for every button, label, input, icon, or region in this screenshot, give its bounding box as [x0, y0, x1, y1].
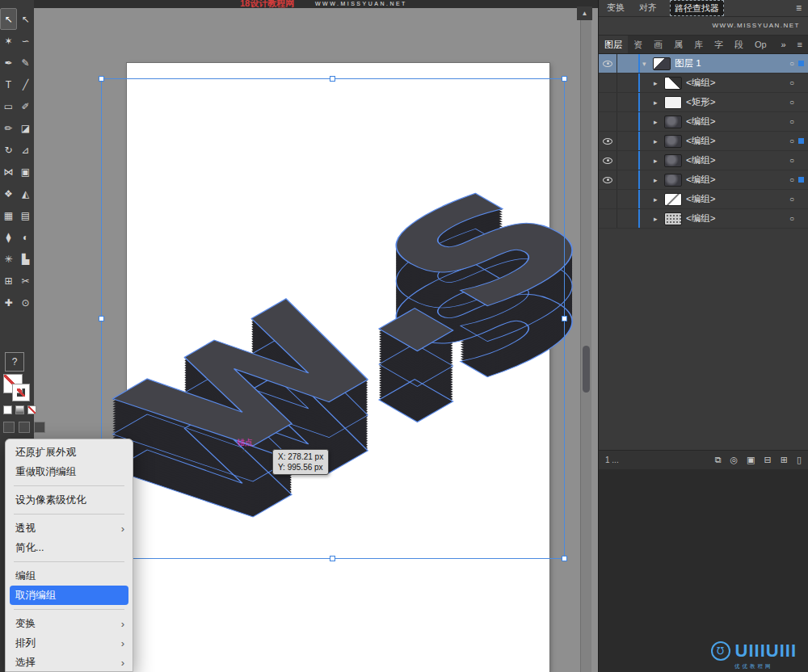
visibility-toggle[interactable] [599, 74, 617, 92]
layer-row[interactable]: ▾图层 1○ [599, 54, 808, 74]
tab-layers[interactable]: 图层 [599, 36, 628, 53]
layer-name[interactable]: <编组> [686, 154, 789, 166]
hand-tool[interactable]: ✚ [0, 292, 17, 313]
pen-tool[interactable]: ✒ [0, 52, 17, 74]
menu-item[interactable]: 设为像素级优化 [6, 490, 133, 510]
layer-row[interactable]: ▸<编组>○ [599, 151, 808, 170]
zoom-tool[interactable]: ⊙ [17, 292, 34, 313]
selection-handle[interactable] [562, 316, 567, 321]
panel-tab-pathfinder[interactable]: 路径查找器 [670, 0, 724, 16]
lock-column[interactable] [617, 112, 638, 131]
lock-column[interactable] [617, 54, 638, 73]
draw-normal-button[interactable] [3, 422, 15, 433]
scroll-up-button[interactable]: ▲ [577, 6, 592, 20]
selection-handle[interactable] [330, 556, 335, 561]
layer-name[interactable]: <编组> [686, 77, 789, 89]
layer-row[interactable]: ▸<编组>○ [599, 209, 808, 229]
expand-chevron-icon[interactable]: ▸ [654, 137, 664, 145]
stroke-color-swatch[interactable] [13, 384, 29, 401]
paintbrush-tool[interactable]: ✐ [17, 95, 34, 117]
selection-handle[interactable] [99, 76, 104, 82]
lock-column[interactable] [617, 151, 638, 170]
layer-name[interactable]: 图层 1 [675, 57, 789, 69]
expand-chevron-icon[interactable]: ▸ [654, 157, 664, 165]
target-circle-icon[interactable]: ○ [789, 175, 794, 184]
menu-item[interactable]: 简化... [6, 538, 133, 557]
draw-behind-button[interactable] [19, 422, 30, 433]
direct-selection-tool[interactable]: ↖ [17, 8, 34, 30]
tab-properties[interactable]: 属 [668, 36, 688, 53]
symbol-sprayer-tool[interactable]: ✳ [0, 248, 17, 270]
tab-paragraph[interactable]: 段 [729, 36, 749, 53]
slice-tool[interactable]: ✂ [17, 270, 34, 292]
tab-libraries[interactable]: 库 [688, 36, 709, 53]
target-circle-icon[interactable]: ○ [789, 156, 794, 165]
expand-chevron-icon[interactable]: ▸ [654, 99, 664, 107]
panel-tab-align[interactable]: 对齐 [638, 0, 659, 16]
scrollbar-thumb[interactable] [583, 346, 590, 393]
locate-object-icon[interactable]: ◎ [730, 455, 738, 465]
menu-item[interactable]: 透视› [6, 519, 133, 538]
color-button[interactable] [3, 405, 12, 414]
layer-name[interactable]: <编组> [686, 135, 789, 147]
blend-tool[interactable]: ◐ [17, 226, 34, 248]
menu-item[interactable]: 重做取消编组 [6, 462, 133, 481]
layer-row[interactable]: ▸<矩形>○ [599, 93, 808, 112]
lock-column[interactable] [617, 190, 638, 208]
perspective-grid-tool[interactable]: ◭ [17, 183, 34, 204]
width-tool[interactable]: ⋈ [0, 161, 17, 183]
eyedropper-tool[interactable]: ⧫ [0, 226, 17, 248]
lasso-tool[interactable]: ∽ [17, 30, 34, 52]
layer-row[interactable]: ▸<编组>○ [599, 112, 808, 132]
expand-chevron-icon[interactable]: ▸ [654, 195, 664, 204]
menu-item[interactable]: 排列› [6, 633, 133, 653]
layer-row[interactable]: ▸<编组>○ [599, 132, 808, 151]
menu-item[interactable]: 编组 [6, 566, 133, 586]
shaper-tool[interactable]: ✏ [0, 117, 17, 139]
expand-chevron-icon[interactable]: ▾ [642, 60, 653, 68]
layer-name[interactable]: <编组> [686, 193, 789, 205]
rotate-tool[interactable]: ↻ [0, 139, 17, 161]
lock-column[interactable] [617, 74, 638, 92]
rectangle-tool[interactable]: ▭ [0, 95, 17, 117]
layer-row[interactable]: ▸<编组>○ [599, 170, 808, 190]
visibility-toggle[interactable] [599, 190, 617, 208]
layers-panel-menu-icon[interactable]: ≡ [792, 40, 808, 49]
selection-handle[interactable] [562, 76, 567, 82]
tab-assets[interactable]: 资 [628, 36, 648, 53]
panel-tab-transform[interactable]: 变换 [605, 0, 626, 16]
layer-row[interactable]: ▸<编组>○ [599, 190, 808, 209]
curvature-tool[interactable]: ✎ [17, 52, 34, 74]
visibility-toggle[interactable] [599, 54, 617, 73]
target-circle-icon[interactable]: ○ [789, 136, 794, 145]
layer-row[interactable]: ▸<编组>○ [599, 74, 808, 93]
menu-item[interactable]: 变换› [6, 614, 133, 633]
menu-item[interactable]: 选择› [6, 653, 133, 672]
selection-handle[interactable] [562, 556, 567, 561]
mesh-tool[interactable]: ▦ [0, 204, 17, 226]
selection-handle[interactable] [99, 316, 104, 321]
artboard-tool[interactable]: ⊞ [0, 270, 17, 292]
expand-chevron-icon[interactable]: ▸ [654, 118, 664, 126]
magic-wand-tool[interactable]: ✶ [0, 30, 17, 52]
column-graph-tool[interactable]: ▙ [17, 248, 34, 270]
lock-column[interactable] [617, 93, 638, 111]
clipping-mask-icon[interactable]: ▣ [747, 455, 755, 465]
target-circle-icon[interactable]: ○ [789, 98, 794, 107]
eraser-tool[interactable]: ◪ [17, 117, 34, 139]
layer-name[interactable]: <编组> [686, 116, 789, 128]
layer-name[interactable]: <矩形> [686, 96, 789, 108]
target-circle-icon[interactable]: ○ [789, 195, 794, 204]
tab-overflow-icon[interactable]: » [775, 40, 791, 49]
menu-item[interactable]: 取消编组 [10, 586, 128, 605]
target-circle-icon[interactable]: ○ [789, 214, 794, 223]
layer-name[interactable]: <编组> [686, 212, 789, 225]
visibility-toggle[interactable] [599, 151, 617, 170]
new-layer-icon[interactable]: ⊞ [781, 455, 788, 465]
layer-name[interactable]: <编组> [686, 174, 789, 186]
free-transform-tool[interactable]: ▣ [17, 161, 34, 183]
tab-opentype[interactable]: Op [749, 36, 772, 53]
target-circle-icon[interactable]: ○ [789, 59, 794, 68]
line-segment-tool[interactable]: ╱ [17, 74, 34, 95]
gradient-tool[interactable]: ▤ [17, 204, 34, 226]
